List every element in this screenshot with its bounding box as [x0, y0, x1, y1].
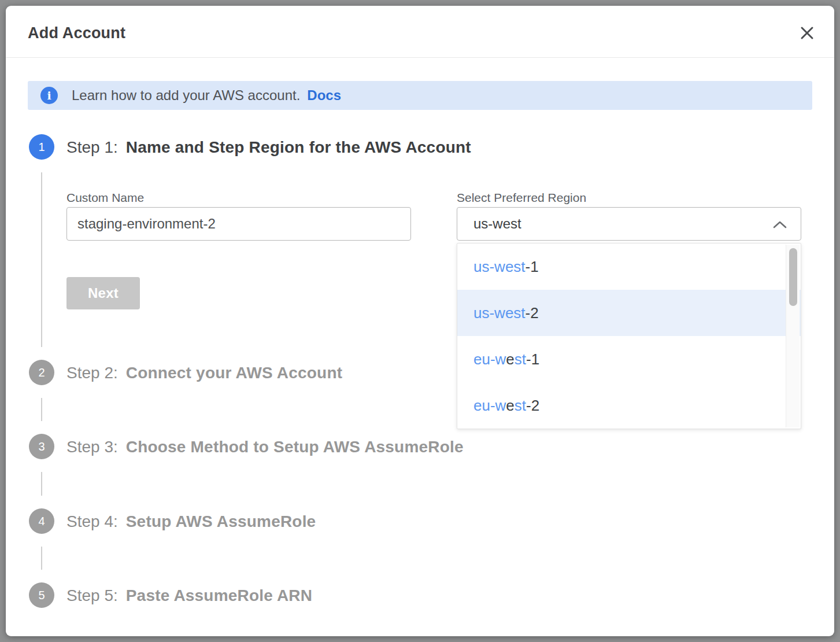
step-heading-2: Step 2:Connect your AWS Account	[66, 360, 342, 385]
option-rest-text: e	[506, 397, 514, 414]
step-prefix: Step 1:	[66, 138, 118, 156]
step-prefix: Step 4:	[66, 512, 118, 530]
step-title: Setup AWS AssumeRole	[126, 512, 316, 530]
info-icon: i	[40, 87, 58, 104]
step-connector	[41, 172, 42, 347]
dropdown-option-eu-west-1[interactable]: eu-west-1	[457, 336, 801, 382]
region-select-label: Select Preferred Region	[457, 191, 586, 205]
dropdown-option-us-west-1[interactable]: us-west-1	[457, 243, 801, 290]
step-heading-3: Step 3:Choose Method to Setup AWS Assume…	[66, 434, 464, 459]
option-match-text: st	[515, 397, 526, 414]
option-rest-text: -2	[526, 397, 539, 414]
custom-name-input[interactable]	[66, 207, 411, 241]
option-rest-text: e	[506, 350, 514, 368]
info-banner: i Learn how to add your AWS account. Doc…	[28, 81, 812, 110]
dropdown-scrollbar[interactable]	[786, 245, 800, 427]
region-select[interactable]: us-west	[457, 207, 801, 241]
step-indicator-3: 3	[29, 434, 54, 459]
option-match-text: eu-w	[473, 350, 506, 368]
step-connector	[41, 547, 42, 570]
step-number: 3	[38, 440, 45, 453]
docs-link[interactable]: Docs	[307, 87, 341, 104]
close-button[interactable]	[797, 23, 817, 43]
region-dropdown: us-west-1 us-west-2 eu-west-1 eu-west-2	[457, 243, 801, 429]
step-title: Paste AssumeRole ARN	[126, 586, 312, 604]
step-number: 2	[38, 366, 45, 379]
banner-text: Learn how to add your AWS account.	[72, 87, 300, 104]
step-heading-1: Step 1:Name and Step Region for the AWS …	[66, 134, 471, 160]
step-title: Name and Step Region for the AWS Account	[126, 138, 471, 156]
option-rest-text: -1	[526, 258, 539, 275]
step-number: 1	[38, 141, 45, 154]
modal-title: Add Account	[28, 6, 125, 58]
region-select-value: us-west	[473, 216, 521, 232]
step-title: Connect your AWS Account	[126, 364, 343, 382]
custom-name-label: Custom Name	[66, 191, 144, 205]
option-rest-text: -2	[526, 304, 539, 322]
step-number: 4	[38, 515, 45, 528]
step-heading-5: Step 5:Paste AssumeRole ARN	[66, 582, 312, 608]
step-indicator-2: 2	[29, 360, 54, 385]
step-indicator-4: 4	[29, 508, 54, 534]
step-title: Choose Method to Setup AWS AssumeRole	[126, 438, 464, 456]
step-prefix: Step 5:	[66, 586, 118, 604]
step-heading-4: Step 4:Setup AWS AssumeRole	[66, 508, 316, 534]
modal-header: Add Account	[6, 6, 834, 58]
next-button[interactable]: Next	[66, 277, 140, 309]
close-icon	[800, 25, 815, 40]
step-connector	[41, 398, 42, 421]
option-match-text: us-west	[473, 258, 526, 275]
step-indicator-1: 1	[29, 134, 54, 160]
chevron-up-icon	[773, 221, 787, 228]
step-indicator-5: 5	[29, 582, 54, 608]
option-match-text: eu-w	[473, 397, 506, 414]
scrollbar-thumb[interactable]	[789, 248, 797, 306]
option-rest-text: -1	[526, 350, 539, 368]
dropdown-option-eu-west-2[interactable]: eu-west-2	[457, 382, 801, 429]
option-match-text: us-west	[473, 304, 526, 322]
step-prefix: Step 3:	[66, 438, 118, 456]
add-account-modal: Add Account i Learn how to add your AWS …	[6, 6, 834, 636]
step-connector	[41, 472, 42, 496]
step-prefix: Step 2:	[66, 364, 118, 382]
step-number: 5	[38, 589, 45, 602]
option-match-text: st	[515, 350, 526, 368]
dropdown-option-us-west-2[interactable]: us-west-2	[457, 290, 801, 336]
